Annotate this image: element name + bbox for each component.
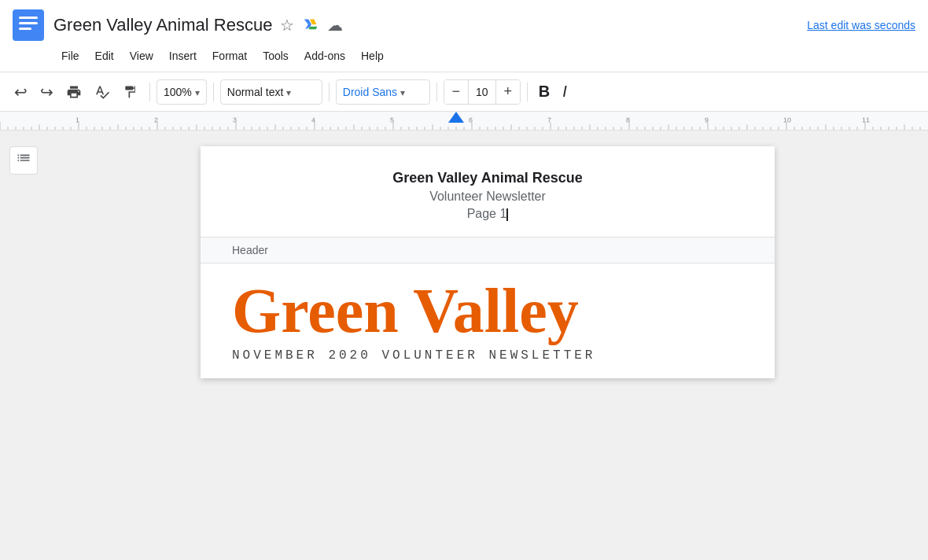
- title-bar: Green Valley Animal Rescue ☆ ☁ Last edit…: [0, 0, 928, 44]
- newsletter-subtitle: NOVEMBER 2020 VOLUNTEER NEWSLETTER: [232, 348, 743, 363]
- menu-view[interactable]: View: [122, 46, 161, 65]
- menu-addons[interactable]: Add-ons: [296, 46, 353, 65]
- redo-button[interactable]: ↪: [35, 79, 58, 105]
- ruler-marker: [448, 112, 464, 123]
- last-edit-text: Last edit was seconds: [807, 19, 915, 31]
- paint-format-button[interactable]: [118, 81, 143, 103]
- svg-rect-3: [19, 28, 31, 30]
- svg-marker-4: [448, 112, 464, 123]
- print-button[interactable]: [61, 81, 87, 103]
- page-title-block: Green Valley Animal Rescue Volunteer New…: [201, 146, 775, 238]
- text-style-chevron: [286, 86, 291, 98]
- divider-5: [527, 83, 528, 101]
- menu-bar: File Edit View Insert Format Tools Add-o…: [0, 44, 928, 72]
- font-dropdown[interactable]: Droid Sans: [336, 79, 430, 105]
- drive-icon[interactable]: [302, 15, 319, 36]
- divider-2: [213, 83, 214, 101]
- document-title: Green Valley Animal Rescue: [232, 170, 743, 186]
- ruler-canvas: [0, 112, 928, 130]
- menu-insert[interactable]: Insert: [161, 46, 204, 65]
- menu-edit[interactable]: Edit: [87, 46, 122, 65]
- document-subtitle: Volunteer Newsletter: [232, 190, 743, 204]
- font-size-control: − +: [444, 79, 521, 105]
- menu-tools[interactable]: Tools: [255, 46, 296, 65]
- font-chevron: [400, 86, 405, 98]
- zoom-dropdown[interactable]: 100%: [157, 79, 207, 105]
- zoom-value: 100%: [164, 86, 192, 98]
- title-icons: ☆ ☁: [280, 15, 343, 36]
- sidebar: [0, 131, 47, 560]
- divider-4: [436, 83, 437, 101]
- font-size-input[interactable]: [468, 80, 496, 104]
- text-style-value: Normal text: [227, 86, 284, 98]
- text-cursor: [506, 208, 508, 221]
- doc-header-content[interactable]: Green Valley NOVEMBER 2020 VOLUNTEER NEW…: [201, 263, 775, 378]
- svg-rect-1: [19, 17, 38, 19]
- divider-3: [329, 83, 330, 101]
- text-style-dropdown[interactable]: Normal text: [220, 79, 322, 105]
- font-size-increase[interactable]: +: [496, 79, 520, 105]
- font-value: Droid Sans: [343, 86, 397, 98]
- divider-1: [149, 83, 150, 101]
- menu-format[interactable]: Format: [204, 46, 255, 65]
- undo-button[interactable]: ↩: [9, 79, 32, 105]
- doc-title[interactable]: Green Valley Animal Rescue: [53, 15, 272, 35]
- svg-rect-2: [19, 22, 38, 24]
- italic-button[interactable]: I: [558, 79, 572, 104]
- toolbar: ↩ ↪ 100% Normal text Droid Sans − + B I: [0, 72, 928, 112]
- font-size-decrease[interactable]: −: [444, 79, 468, 105]
- star-icon[interactable]: ☆: [280, 16, 294, 35]
- page-container: Green Valley Animal Rescue Volunteer New…: [201, 146, 775, 378]
- ruler: [0, 112, 928, 131]
- app-icon: [13, 9, 44, 41]
- cloud-icon[interactable]: ☁: [327, 16, 343, 35]
- menu-help[interactable]: Help: [353, 46, 392, 65]
- spellcheck-button[interactable]: [90, 81, 115, 103]
- newsletter-title: Green Valley: [232, 279, 743, 342]
- header-section-label: Header: [201, 238, 775, 263]
- svg-rect-0: [13, 9, 44, 41]
- zoom-chevron: [195, 86, 200, 98]
- menu-file[interactable]: File: [53, 46, 87, 65]
- bold-button[interactable]: B: [534, 79, 554, 104]
- page-number: Page 1: [232, 207, 743, 221]
- outline-panel-button[interactable]: [9, 146, 38, 175]
- document-area: Green Valley Animal Rescue Volunteer New…: [47, 131, 928, 560]
- main-area: Green Valley Animal Rescue Volunteer New…: [0, 131, 928, 560]
